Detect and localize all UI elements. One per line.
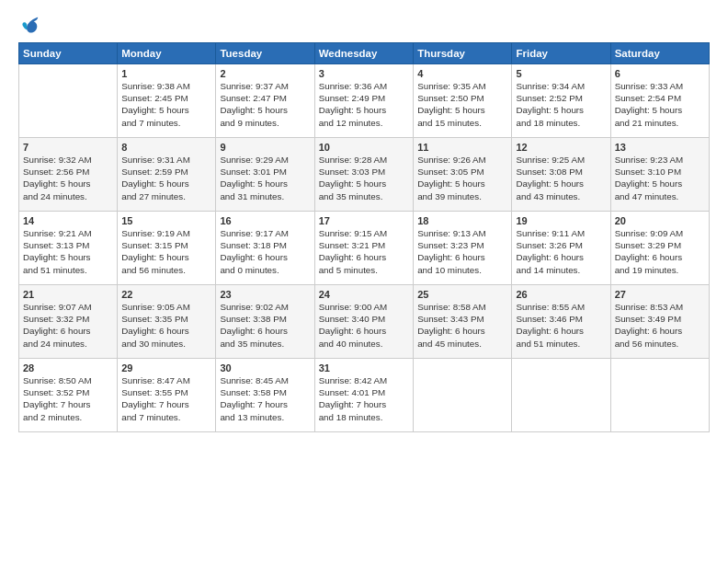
calendar-header-friday: Friday bbox=[512, 43, 610, 64]
day-info: Sunrise: 8:50 AM Sunset: 3:52 PM Dayligh… bbox=[23, 374, 113, 423]
day-info: Sunrise: 9:09 AM Sunset: 3:29 PM Dayligh… bbox=[615, 227, 705, 276]
day-info: Sunrise: 9:17 AM Sunset: 3:18 PM Dayligh… bbox=[220, 227, 310, 276]
day-info: Sunrise: 9:35 AM Sunset: 2:50 PM Dayligh… bbox=[417, 80, 507, 129]
day-number: 28 bbox=[23, 362, 113, 373]
calendar-cell: 24Sunrise: 9:00 AM Sunset: 3:40 PM Dayli… bbox=[314, 285, 414, 359]
calendar-cell: 9Sunrise: 9:29 AM Sunset: 3:01 PM Daylig… bbox=[216, 138, 314, 212]
page-header bbox=[18, 15, 710, 35]
day-info: Sunrise: 9:05 AM Sunset: 3:35 PM Dayligh… bbox=[121, 301, 211, 350]
day-info: Sunrise: 9:13 AM Sunset: 3:23 PM Dayligh… bbox=[417, 227, 507, 276]
day-info: Sunrise: 9:37 AM Sunset: 2:47 PM Dayligh… bbox=[220, 80, 310, 129]
day-info: Sunrise: 8:47 AM Sunset: 3:55 PM Dayligh… bbox=[121, 374, 211, 423]
day-info: Sunrise: 8:58 AM Sunset: 3:43 PM Dayligh… bbox=[417, 301, 507, 350]
calendar-cell: 1Sunrise: 9:38 AM Sunset: 2:45 PM Daylig… bbox=[118, 64, 216, 138]
day-info: Sunrise: 9:15 AM Sunset: 3:21 PM Dayligh… bbox=[319, 227, 410, 276]
day-info: Sunrise: 9:31 AM Sunset: 2:59 PM Dayligh… bbox=[121, 154, 211, 202]
calendar-cell: 14Sunrise: 9:21 AM Sunset: 3:13 PM Dayli… bbox=[19, 212, 118, 285]
day-info: Sunrise: 9:07 AM Sunset: 3:32 PM Dayligh… bbox=[23, 301, 113, 350]
day-info: Sunrise: 9:21 AM Sunset: 3:13 PM Dayligh… bbox=[23, 227, 113, 276]
calendar-cell: 28Sunrise: 8:50 AM Sunset: 3:52 PM Dayli… bbox=[19, 359, 118, 432]
calendar-cell: 23Sunrise: 9:02 AM Sunset: 3:38 PM Dayli… bbox=[216, 285, 314, 359]
calendar-week-row: 7Sunrise: 9:32 AM Sunset: 2:56 PM Daylig… bbox=[19, 138, 710, 212]
day-number: 3 bbox=[319, 68, 410, 79]
day-info: Sunrise: 8:42 AM Sunset: 4:01 PM Dayligh… bbox=[319, 374, 410, 423]
day-number: 11 bbox=[417, 142, 507, 153]
calendar-cell bbox=[19, 64, 118, 138]
calendar-header-tuesday: Tuesday bbox=[216, 43, 314, 64]
calendar-cell: 26Sunrise: 8:55 AM Sunset: 3:46 PM Dayli… bbox=[512, 285, 610, 359]
day-number: 1 bbox=[121, 68, 211, 79]
calendar-header-wednesday: Wednesday bbox=[314, 43, 414, 64]
day-info: Sunrise: 9:36 AM Sunset: 2:49 PM Dayligh… bbox=[319, 80, 410, 129]
calendar-header-monday: Monday bbox=[118, 43, 216, 64]
day-number: 14 bbox=[23, 215, 113, 226]
calendar-week-row: 21Sunrise: 9:07 AM Sunset: 3:32 PM Dayli… bbox=[19, 285, 710, 359]
calendar-cell: 19Sunrise: 9:11 AM Sunset: 3:26 PM Dayli… bbox=[512, 212, 610, 285]
day-number: 10 bbox=[319, 142, 410, 153]
day-number: 25 bbox=[417, 289, 507, 300]
day-number: 31 bbox=[319, 362, 410, 373]
logo bbox=[18, 15, 40, 35]
calendar-cell: 5Sunrise: 9:34 AM Sunset: 2:52 PM Daylig… bbox=[512, 64, 610, 138]
day-info: Sunrise: 9:32 AM Sunset: 2:56 PM Dayligh… bbox=[23, 154, 113, 202]
day-number: 20 bbox=[615, 215, 705, 226]
day-number: 19 bbox=[516, 215, 606, 226]
day-number: 5 bbox=[516, 68, 606, 79]
calendar-cell: 31Sunrise: 8:42 AM Sunset: 4:01 PM Dayli… bbox=[314, 359, 414, 432]
calendar-header-row: SundayMondayTuesdayWednesdayThursdayFrid… bbox=[19, 43, 710, 64]
day-number: 9 bbox=[220, 142, 310, 153]
day-number: 17 bbox=[319, 215, 410, 226]
day-number: 22 bbox=[121, 289, 211, 300]
calendar-cell: 2Sunrise: 9:37 AM Sunset: 2:47 PM Daylig… bbox=[216, 64, 314, 138]
day-number: 2 bbox=[220, 68, 310, 79]
calendar-header-saturday: Saturday bbox=[610, 43, 709, 64]
day-number: 4 bbox=[417, 68, 507, 79]
day-number: 30 bbox=[220, 362, 310, 373]
calendar-week-row: 1Sunrise: 9:38 AM Sunset: 2:45 PM Daylig… bbox=[19, 64, 710, 138]
day-number: 18 bbox=[417, 215, 507, 226]
calendar-cell: 12Sunrise: 9:25 AM Sunset: 3:08 PM Dayli… bbox=[512, 138, 610, 212]
day-info: Sunrise: 9:26 AM Sunset: 3:05 PM Dayligh… bbox=[417, 154, 507, 202]
calendar-cell: 13Sunrise: 9:23 AM Sunset: 3:10 PM Dayli… bbox=[610, 138, 709, 212]
calendar-week-row: 28Sunrise: 8:50 AM Sunset: 3:52 PM Dayli… bbox=[19, 359, 710, 432]
day-info: Sunrise: 9:23 AM Sunset: 3:10 PM Dayligh… bbox=[615, 154, 705, 202]
calendar-cell bbox=[512, 359, 610, 432]
day-number: 26 bbox=[516, 289, 606, 300]
day-number: 27 bbox=[615, 289, 705, 300]
calendar-cell: 6Sunrise: 9:33 AM Sunset: 2:54 PM Daylig… bbox=[610, 64, 709, 138]
day-number: 16 bbox=[220, 215, 310, 226]
calendar-cell: 25Sunrise: 8:58 AM Sunset: 3:43 PM Dayli… bbox=[414, 285, 512, 359]
calendar-cell: 29Sunrise: 8:47 AM Sunset: 3:55 PM Dayli… bbox=[118, 359, 216, 432]
day-number: 23 bbox=[220, 289, 310, 300]
day-info: Sunrise: 9:33 AM Sunset: 2:54 PM Dayligh… bbox=[615, 80, 705, 129]
day-number: 24 bbox=[319, 289, 410, 300]
day-info: Sunrise: 9:25 AM Sunset: 3:08 PM Dayligh… bbox=[516, 154, 606, 202]
day-number: 12 bbox=[516, 142, 606, 153]
calendar-cell: 11Sunrise: 9:26 AM Sunset: 3:05 PM Dayli… bbox=[414, 138, 512, 212]
calendar-cell: 8Sunrise: 9:31 AM Sunset: 2:59 PM Daylig… bbox=[118, 138, 216, 212]
calendar-cell: 4Sunrise: 9:35 AM Sunset: 2:50 PM Daylig… bbox=[414, 64, 512, 138]
calendar-cell: 20Sunrise: 9:09 AM Sunset: 3:29 PM Dayli… bbox=[610, 212, 709, 285]
day-number: 29 bbox=[121, 362, 211, 373]
calendar-cell: 22Sunrise: 9:05 AM Sunset: 3:35 PM Dayli… bbox=[118, 285, 216, 359]
calendar-cell: 21Sunrise: 9:07 AM Sunset: 3:32 PM Dayli… bbox=[19, 285, 118, 359]
day-number: 8 bbox=[121, 142, 211, 153]
day-number: 21 bbox=[23, 289, 113, 300]
day-number: 13 bbox=[615, 142, 705, 153]
calendar-table: SundayMondayTuesdayWednesdayThursdayFrid… bbox=[18, 42, 710, 432]
day-info: Sunrise: 9:02 AM Sunset: 3:38 PM Dayligh… bbox=[220, 301, 310, 350]
day-info: Sunrise: 8:45 AM Sunset: 3:58 PM Dayligh… bbox=[220, 374, 310, 423]
day-info: Sunrise: 8:55 AM Sunset: 3:46 PM Dayligh… bbox=[516, 301, 606, 350]
day-info: Sunrise: 9:00 AM Sunset: 3:40 PM Dayligh… bbox=[319, 301, 410, 350]
calendar-cell: 17Sunrise: 9:15 AM Sunset: 3:21 PM Dayli… bbox=[314, 212, 414, 285]
day-info: Sunrise: 9:38 AM Sunset: 2:45 PM Dayligh… bbox=[121, 80, 211, 129]
calendar-cell: 3Sunrise: 9:36 AM Sunset: 2:49 PM Daylig… bbox=[314, 64, 414, 138]
day-info: Sunrise: 9:19 AM Sunset: 3:15 PM Dayligh… bbox=[121, 227, 211, 276]
day-info: Sunrise: 8:53 AM Sunset: 3:49 PM Dayligh… bbox=[615, 301, 705, 350]
day-info: Sunrise: 9:11 AM Sunset: 3:26 PM Dayligh… bbox=[516, 227, 606, 276]
logo-bird-icon bbox=[20, 15, 40, 35]
calendar-cell: 27Sunrise: 8:53 AM Sunset: 3:49 PM Dayli… bbox=[610, 285, 709, 359]
calendar-header-sunday: Sunday bbox=[19, 43, 118, 64]
calendar-cell bbox=[610, 359, 709, 432]
calendar-cell: 15Sunrise: 9:19 AM Sunset: 3:15 PM Dayli… bbox=[118, 212, 216, 285]
